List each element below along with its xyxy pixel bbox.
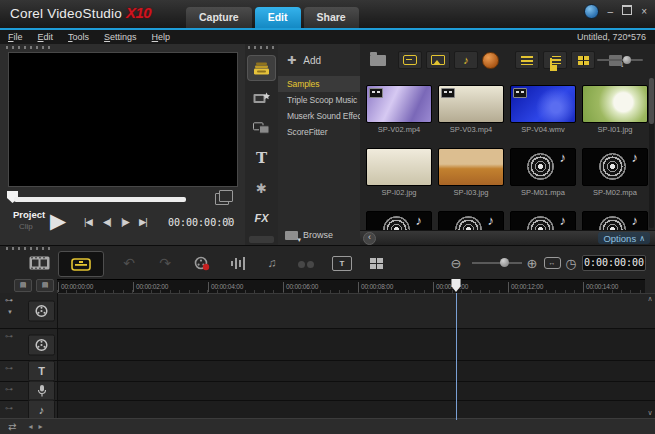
panel-drag-handle[interactable] — [6, 46, 52, 49]
media-thumbnail-image[interactable] — [582, 85, 648, 123]
motion-tracking-button[interactable] — [293, 251, 319, 275]
track-content-overlay[interactable] — [58, 329, 655, 360]
timeline-view-button[interactable] — [58, 251, 104, 277]
media-thumbnail-image[interactable] — [366, 148, 432, 186]
browse-button[interactable]: Browse — [285, 230, 333, 240]
library-item[interactable]: Triple Scoop Music — [278, 92, 360, 108]
media-thumbnail-video[interactable] — [366, 85, 432, 123]
storyboard-view-button[interactable] — [24, 251, 54, 275]
media-item[interactable]: ♪SP-M02.mpa — [580, 148, 648, 197]
media-thumbnail-audio[interactable]: ♪ — [438, 211, 504, 231]
clip-mode-label[interactable]: Clip — [19, 222, 33, 231]
swap-tracks-icon[interactable]: ⇄ — [8, 421, 16, 432]
media-item[interactable]: SP-I02.jpg — [364, 148, 434, 197]
media-item[interactable]: ♪ — [364, 211, 434, 231]
zoom-out-button[interactable]: ⊖ — [446, 251, 466, 275]
end-button[interactable]: ▶| — [139, 216, 147, 227]
ripple-edit-icon[interactable]: ⊶ — [5, 332, 13, 341]
play-button[interactable]: ▶ — [50, 206, 66, 236]
project-duration-button[interactable]: ◷ — [561, 251, 581, 275]
scrubber-bar[interactable] — [14, 197, 186, 202]
close-button[interactable]: × — [641, 5, 647, 18]
prev-frame-button[interactable]: ◀| — [103, 216, 111, 227]
media-item[interactable]: SP-V02.mp4 — [364, 85, 434, 134]
scroll-right-icon[interactable]: ▸ — [38, 422, 42, 431]
media-item[interactable]: SP-V03.mp4 — [436, 85, 506, 134]
menu-help[interactable]: Help — [152, 32, 171, 42]
track-content-video[interactable] — [58, 293, 655, 328]
library-item[interactable]: ScoreFitter — [278, 124, 360, 140]
timeline-zoom-slider[interactable] — [472, 262, 522, 264]
media-thumbnail-audio[interactable]: ♪ — [510, 211, 576, 231]
zoom-in-button[interactable]: ⊕ — [522, 251, 542, 275]
track-content-title[interactable] — [58, 361, 655, 381]
options-button[interactable]: Options ∧ — [598, 232, 650, 244]
tab-capture[interactable]: Capture — [186, 7, 252, 28]
overlay-track-button[interactable] — [28, 334, 55, 355]
category-instant-project[interactable] — [248, 86, 275, 110]
media-thumbnail-audio[interactable]: ♪ — [366, 211, 432, 231]
menu-settings[interactable]: Settings — [104, 32, 137, 42]
media-thumbnail-audio[interactable]: ♪ — [582, 211, 648, 231]
media-thumbnail-video[interactable] — [510, 85, 576, 123]
collapse-left-button[interactable]: ‹ — [363, 232, 376, 245]
subtitle-editor-button[interactable]: T — [328, 251, 356, 275]
add-folder-button[interactable]: ✚Add — [287, 54, 321, 67]
ripple-edit-icon[interactable]: ⊶ — [5, 385, 13, 394]
category-transition[interactable] — [248, 116, 275, 140]
category-graphic[interactable]: ✱ — [248, 176, 275, 200]
help-icon[interactable] — [584, 4, 599, 19]
minimize-button[interactable]: – — [608, 5, 614, 18]
media-scrollbar[interactable] — [649, 78, 654, 228]
category-scrollbar[interactable] — [249, 236, 274, 243]
timecode-spinner[interactable]: ▲▼ — [226, 215, 231, 227]
preview-timecode[interactable]: 00:00:00:00 — [168, 217, 234, 228]
home-button[interactable]: |◀ — [84, 216, 92, 227]
ripple-edit-icon[interactable]: ⊶ — [5, 364, 13, 373]
scroll-down-icon[interactable]: ∨ — [646, 408, 654, 418]
panel-drag-handle[interactable] — [248, 46, 276, 49]
voice-track-button[interactable] — [28, 381, 55, 402]
menu-edit[interactable]: Edit — [38, 32, 54, 42]
media-item[interactable]: ♪ — [580, 211, 648, 231]
ripple-edit-icon[interactable]: ⊶ — [5, 404, 13, 413]
undo-button[interactable]: ↶ — [116, 251, 142, 275]
video-track-button[interactable] — [28, 300, 55, 321]
media-item[interactable]: ♪ — [436, 211, 506, 231]
fit-timeline-button[interactable]: ↔ — [541, 251, 563, 275]
chevron-down-icon[interactable]: ▼ — [7, 309, 13, 315]
project-mode-label[interactable]: Project — [13, 209, 45, 220]
library-item[interactable]: Muserk Sound Effect — [278, 108, 360, 124]
tab-edit[interactable]: Edit — [255, 7, 301, 28]
zoom-slider-knob[interactable] — [500, 258, 509, 267]
media-thumbnail-audio[interactable]: ♪ — [582, 148, 648, 186]
media-item[interactable]: ♪SP-M01.mpa — [508, 148, 578, 197]
menu-file[interactable]: File — [8, 32, 23, 42]
media-item[interactable]: ♪ — [508, 211, 578, 231]
enlarge-preview-icon[interactable] — [215, 193, 229, 205]
media-item[interactable]: SP-I01.jpg — [580, 85, 648, 134]
menu-tools[interactable]: Tools — [68, 32, 89, 42]
media-thumbnail-audio[interactable]: ♪ — [510, 148, 576, 186]
maximize-button[interactable] — [622, 5, 632, 18]
track-manager-button[interactable]: ▤ — [14, 279, 32, 292]
multicam-editor-button[interactable] — [362, 251, 390, 275]
track-content-music[interactable] — [58, 401, 655, 419]
sound-mixer-button[interactable] — [224, 251, 252, 275]
ripple-edit-icon[interactable]: ⊶ — [5, 296, 13, 305]
media-thumbnail-image[interactable] — [438, 148, 504, 186]
auto-music-button[interactable]: ♫ — [258, 251, 286, 275]
library-item[interactable]: Samples — [278, 76, 360, 92]
next-frame-button[interactable]: |▶ — [121, 216, 129, 227]
media-item[interactable]: SP-V04.wmv — [508, 85, 578, 134]
record-capture-button[interactable] — [188, 251, 216, 275]
category-media[interactable] — [248, 56, 275, 80]
timeline-timecode[interactable]: 0:00:00:00 — [582, 255, 646, 271]
track-content-voice[interactable] — [58, 382, 655, 400]
tab-share[interactable]: Share — [304, 7, 359, 28]
scroll-left-icon[interactable]: ◂ — [28, 422, 32, 431]
category-title[interactable]: T — [248, 146, 275, 170]
media-thumbnail-video[interactable] — [438, 85, 504, 123]
redo-button[interactable]: ↷ — [152, 251, 178, 275]
media-item[interactable]: SP-I03.jpg — [436, 148, 506, 197]
